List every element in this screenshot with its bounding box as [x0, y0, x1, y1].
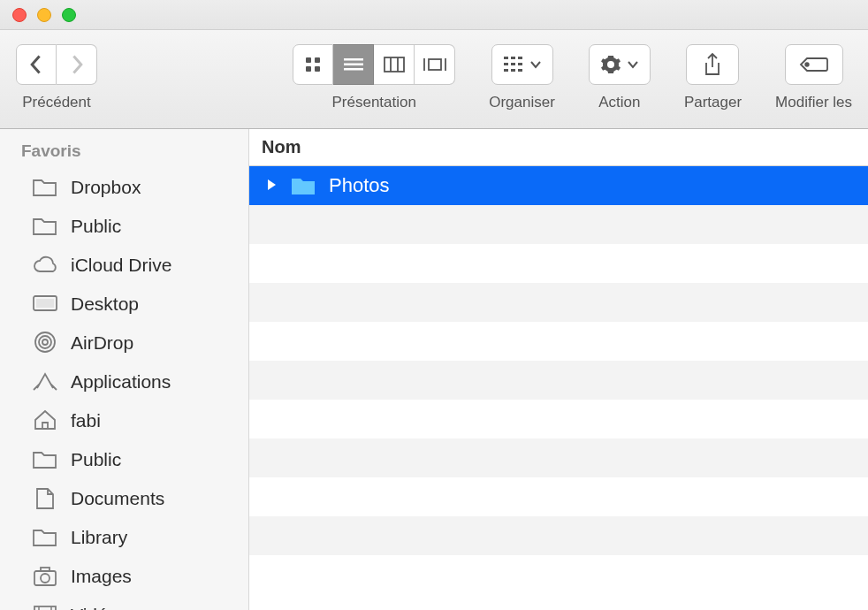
chevron-down-icon	[627, 60, 639, 69]
svg-rect-1	[315, 57, 320, 63]
svg-rect-20	[511, 69, 515, 72]
sidebar-item-label: Desktop	[71, 294, 139, 315]
organize-button[interactable]	[491, 44, 553, 85]
table-row[interactable]: Photos	[249, 166, 868, 205]
svg-rect-13	[504, 57, 508, 59]
gear-icon	[600, 54, 621, 75]
film-icon	[32, 605, 58, 610]
sidebar-item-desktop[interactable]: Desktop	[0, 285, 248, 324]
table-row	[249, 555, 868, 594]
view-group: Présentation	[293, 44, 455, 111]
action-label: Action	[598, 94, 640, 111]
svg-rect-14	[511, 57, 515, 59]
svg-rect-11	[429, 59, 441, 70]
svg-point-23	[805, 63, 809, 66]
table-row	[249, 322, 868, 361]
sidebar-item-dropbox[interactable]: Dropbox	[0, 168, 248, 207]
svg-rect-5	[344, 64, 363, 66]
organize-label: Organiser	[489, 94, 555, 111]
cloud-icon	[32, 255, 58, 276]
table-row	[249, 283, 868, 322]
action-group: Action	[589, 44, 651, 111]
window-titlebar	[0, 0, 868, 30]
disclosure-triangle-icon[interactable]	[265, 174, 278, 197]
minimize-window-button[interactable]	[37, 8, 51, 22]
forward-button[interactable]	[57, 44, 97, 85]
folder-icon	[290, 175, 316, 196]
svg-marker-24	[268, 179, 276, 190]
table-row	[249, 438, 868, 477]
sidebar-item-fabi[interactable]: fabi	[0, 401, 248, 440]
sidebar-item-applications[interactable]: Applications	[0, 362, 248, 401]
sidebar-item-images[interactable]: Images	[0, 557, 248, 596]
sidebar-item-library[interactable]: Library	[0, 518, 248, 557]
sidebar-item-label: fabi	[71, 410, 101, 431]
zoom-window-button[interactable]	[62, 8, 76, 22]
sidebar-item-label: AirDrop	[71, 332, 133, 354]
view-label: Présentation	[332, 94, 416, 111]
nav-label: Précédent	[22, 94, 91, 111]
icon-view-button[interactable]	[293, 44, 333, 85]
sidebar-item-label: Public	[71, 449, 121, 470]
action-button[interactable]	[589, 44, 651, 85]
svg-rect-3	[315, 66, 320, 72]
camera-icon	[32, 566, 58, 587]
svg-rect-15	[518, 57, 522, 59]
table-row	[249, 516, 868, 555]
sidebar-item-label: Public	[71, 216, 121, 237]
table-row	[249, 205, 868, 244]
sidebar-item-label: Applications	[71, 371, 171, 393]
share-icon	[703, 53, 722, 76]
sidebar-item-public[interactable]: Public	[0, 207, 248, 246]
close-window-button[interactable]	[12, 8, 27, 22]
file-name: Photos	[329, 174, 390, 197]
organize-group: Organiser	[489, 44, 555, 111]
svg-rect-2	[306, 66, 311, 72]
sidebar-item-label: Dropbox	[71, 177, 141, 198]
sidebar: Favoris DropboxPubliciCloud DriveDesktop…	[0, 129, 249, 610]
coverflow-view-button[interactable]	[415, 44, 455, 85]
chevron-down-icon	[529, 60, 542, 69]
folder-icon	[32, 177, 58, 198]
share-group: Partager	[684, 44, 742, 111]
sidebar-item-label: Vidéos	[71, 605, 127, 610]
svg-rect-6	[344, 68, 363, 71]
svg-rect-4	[344, 58, 363, 61]
svg-rect-18	[518, 63, 522, 65]
apps-icon	[32, 371, 58, 393]
sidebar-item-vidéos[interactable]: Vidéos	[0, 596, 248, 610]
folder-icon	[32, 527, 58, 548]
svg-rect-17	[511, 63, 515, 65]
sidebar-item-label: iCloud Drive	[71, 255, 171, 276]
sidebar-item-label: Library	[71, 527, 127, 548]
folder-icon	[32, 449, 58, 470]
sidebar-item-airdrop[interactable]: AirDrop	[0, 324, 248, 362]
svg-rect-19	[504, 69, 508, 72]
tags-group: Modifier les	[775, 44, 852, 111]
column-view-button[interactable]	[374, 44, 415, 85]
table-row	[249, 361, 868, 400]
home-icon	[32, 410, 58, 431]
airdrop-icon	[32, 332, 58, 354]
svg-rect-7	[385, 57, 404, 72]
table-row	[249, 244, 868, 283]
svg-rect-16	[504, 63, 508, 65]
edit-tags-button[interactable]	[785, 44, 843, 85]
column-header-name[interactable]: Nom	[249, 129, 868, 166]
desktop-icon	[32, 294, 58, 315]
sidebar-item-icloud-drive[interactable]: iCloud Drive	[0, 246, 248, 285]
sidebar-item-public[interactable]: Public	[0, 440, 248, 479]
file-list: Nom Photos	[249, 129, 868, 610]
back-button[interactable]	[16, 44, 57, 85]
share-label: Partager	[684, 94, 742, 111]
sidebar-heading: Favoris	[0, 141, 248, 168]
sidebar-item-label: Images	[71, 566, 132, 587]
sidebar-item-documents[interactable]: Documents	[0, 479, 248, 518]
svg-rect-21	[518, 69, 522, 72]
share-button[interactable]	[686, 44, 739, 85]
folder-icon	[32, 216, 58, 237]
table-row	[249, 477, 868, 516]
svg-rect-0	[306, 57, 311, 63]
nav-group: Précédent	[16, 44, 97, 111]
list-view-button[interactable]	[333, 44, 374, 85]
